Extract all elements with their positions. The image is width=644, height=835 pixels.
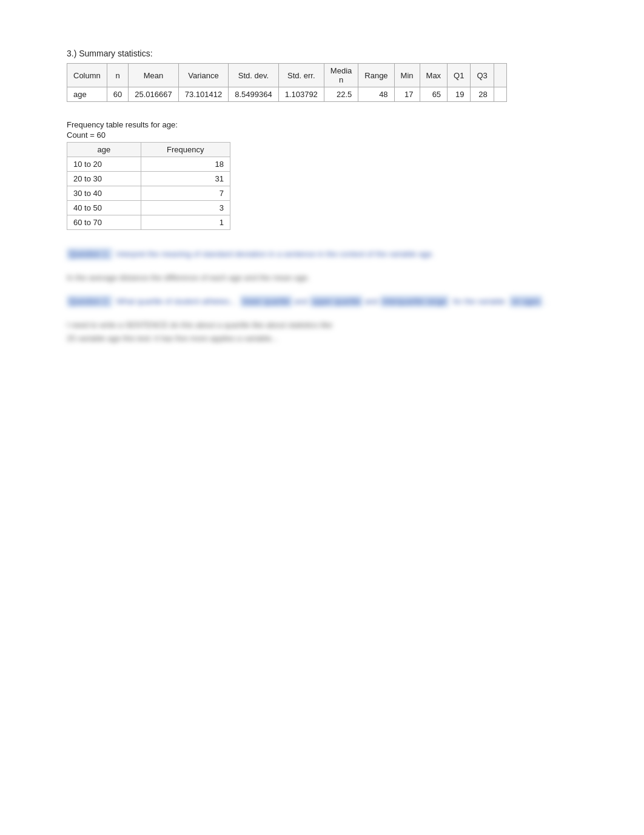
freq-col-age: age [67,143,141,157]
list-item: 10 to 20 18 [67,157,230,172]
blurred-question1-label: Question 1. [67,248,112,260]
blurred-question2-text4: for the variable [451,297,509,306]
col-header-min: Min [394,64,420,87]
cell-variance: 73.101412 [178,87,228,102]
col-header-variance: Variance [178,64,228,87]
blurred-question2-block: Question 2. What quartile of student ath… [67,296,577,308]
cell-q3: 28 [471,87,494,102]
cell-max: 65 [420,87,448,102]
list-item: 20 to 30 31 [67,172,230,186]
col-header-std-dev: Std. dev. [229,64,278,87]
cell-std-err: 1.103792 [278,87,324,102]
freq-value-5: 1 [141,215,230,230]
cell-range: 48 [358,87,394,102]
col-header-std-err: Std. err. [278,64,324,87]
blurred-question2-highlight2: upper quartile [310,296,363,307]
blurred-question2-text2: and [294,297,309,306]
blurred-answer1-text: In the average distance the difference o… [67,273,310,282]
col-header-q3: Q3 [471,64,494,87]
list-item: 40 to 50 3 [67,201,230,215]
freq-value-1: 18 [141,157,230,172]
cell-extra [494,87,506,102]
cell-median: 22.5 [324,87,358,102]
blurred-content: Question 1. Interpret the meaning of sta… [67,248,577,346]
blurred-question2-label: Question 2. [67,296,112,307]
freq-value-2: 31 [141,172,230,186]
summary-statistics-table: Column n Mean Variance Std. dev. Std. er… [67,63,507,102]
cell-column: age [67,87,107,102]
col-header-column: Column [67,64,107,87]
section-header: 3.) Summary statistics: [67,49,577,58]
freq-range-5: 60 to 70 [67,215,141,230]
freq-range-2: 20 to 30 [67,172,141,186]
blurred-question2-highlight4: on ages [509,296,542,307]
frequency-count: Count = 60 [67,130,577,140]
blurred-answer2-block: I need to write a SENTENCE do this about… [67,319,577,345]
blurred-question2-highlight3: interquartile range [380,296,449,307]
col-header-range: Range [358,64,394,87]
blurred-question2-text3: and [365,297,380,306]
col-header-q1: Q1 [448,64,471,87]
freq-col-frequency: Frequency [141,143,230,157]
cell-std-dev: 8.5499364 [229,87,278,102]
list-item: 60 to 70 1 [67,215,230,230]
blurred-answer1-block: In the average distance the difference o… [67,272,577,285]
freq-range-3: 30 to 40 [67,186,141,201]
list-item: 30 to 40 7 [67,186,230,201]
cell-mean: 25.016667 [129,87,178,102]
blurred-question2-text5: . [545,297,547,306]
blurred-question1-block: Question 1. Interpret the meaning of sta… [67,248,577,261]
freq-range-4: 40 to 50 [67,201,141,215]
cell-min: 17 [394,87,420,102]
frequency-table: age Frequency 10 to 20 18 20 to 30 31 30… [67,142,230,230]
col-header-mean: Mean [129,64,178,87]
blurred-question1-text: Interpret the meaning of standard deviat… [114,249,434,259]
cell-q1: 19 [448,87,471,102]
col-header-median: Median [324,64,358,87]
freq-value-3: 7 [141,186,230,201]
freq-value-4: 3 [141,201,230,215]
frequency-section: Frequency table results for age: Count =… [67,120,577,230]
col-header-max: Max [420,64,448,87]
blurred-question2-highlight1: lower quartile [240,296,292,307]
table-row: age 60 25.016667 73.101412 8.5499364 1.1… [67,87,507,102]
frequency-title: Frequency table results for age: [67,120,577,129]
col-header-n: n [107,64,128,87]
freq-range-1: 10 to 20 [67,157,141,172]
blurred-answer2-text: I need to write a SENTENCE do this about… [67,319,577,345]
cell-n: 60 [107,87,128,102]
blurred-question2-text: What quartile of student athletes... [114,297,240,306]
col-header-extra [494,64,506,87]
